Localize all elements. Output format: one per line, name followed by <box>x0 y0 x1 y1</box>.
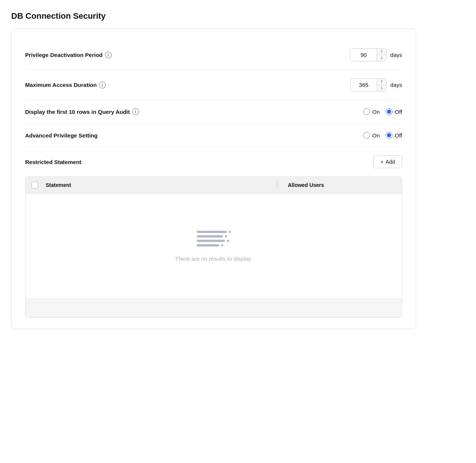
empty-state-message: There are no results to display. <box>175 255 252 262</box>
privilege-deactivation-row: Privilege Deactivation Period i 90 ⇧ ⇩ d… <box>25 40 402 70</box>
empty-state-icon <box>197 231 231 246</box>
maximum-access-up-btn[interactable]: ⇧ <box>377 79 386 85</box>
table-header: Statement Allowed Users <box>25 177 402 194</box>
table-column-statement: Statement <box>44 182 271 188</box>
maximum-access-input[interactable]: 365 <box>350 79 377 91</box>
advanced-privilege-control: On Off <box>363 132 402 139</box>
advanced-privilege-off-radio[interactable] <box>386 132 392 139</box>
advanced-privilege-label: Advanced Privilege Setting <box>25 132 363 139</box>
query-audit-on-radio[interactable] <box>363 108 370 115</box>
add-statement-button[interactable]: + Add <box>373 155 402 168</box>
page-title: DB Connection Security <box>11 11 465 21</box>
advanced-privilege-on-option[interactable]: On <box>363 132 380 139</box>
advanced-privilege-on-label: On <box>372 132 380 139</box>
advanced-privilege-off-label: Off <box>395 132 402 139</box>
restricted-statement-label: Restricted Statement <box>25 159 373 165</box>
maximum-access-input-wrapper: 365 ⇧ ⇩ <box>350 78 386 91</box>
privilege-deactivation-info-icon[interactable]: i <box>105 52 112 58</box>
table-column-divider <box>277 181 277 189</box>
maximum-access-down-btn[interactable]: ⇩ <box>377 85 386 91</box>
advanced-privilege-row: Advanced Privilege Setting On Off <box>25 123 402 147</box>
query-audit-info-icon[interactable]: i <box>132 108 139 115</box>
advanced-privilege-off-option[interactable]: Off <box>386 132 402 139</box>
query-audit-on-label: On <box>372 109 380 115</box>
settings-card: Privilege Deactivation Period i 90 ⇧ ⇩ d… <box>11 28 416 329</box>
table-column-allowed-users: Allowed Users <box>283 182 396 188</box>
query-audit-row: Display the first 10 rows in Query Audit… <box>25 100 402 123</box>
maximum-access-control: 365 ⇧ ⇩ days <box>350 78 402 91</box>
privilege-deactivation-label: Privilege Deactivation Period i <box>25 52 350 58</box>
privilege-deactivation-input-wrapper: 90 ⇧ ⇩ <box>350 48 386 61</box>
query-audit-off-option[interactable]: Off <box>386 108 402 115</box>
privilege-deactivation-control: 90 ⇧ ⇩ days <box>350 48 402 61</box>
query-audit-label: Display the first 10 rows in Query Audit… <box>25 108 363 115</box>
maximum-access-row: Maximum Access Duration i 365 ⇧ ⇩ days <box>25 70 402 100</box>
query-audit-off-label: Off <box>395 109 402 115</box>
maximum-access-arrows: ⇧ ⇩ <box>377 79 386 91</box>
privilege-deactivation-down-btn[interactable]: ⇩ <box>377 55 386 61</box>
privilege-deactivation-input[interactable]: 90 <box>350 49 377 61</box>
table-select-all-checkbox[interactable] <box>31 182 38 188</box>
privilege-deactivation-unit: days <box>390 52 402 58</box>
maximum-access-info-icon[interactable]: i <box>99 82 106 88</box>
add-icon: + <box>380 159 383 165</box>
privilege-deactivation-up-btn[interactable]: ⇧ <box>377 49 386 55</box>
maximum-access-label: Maximum Access Duration i <box>25 82 350 88</box>
query-audit-control: On Off <box>363 108 402 115</box>
restricted-statement-row: Restricted Statement + Add <box>25 147 402 175</box>
query-audit-on-option[interactable]: On <box>363 108 380 115</box>
maximum-access-unit: days <box>390 82 402 88</box>
table-footer <box>25 299 402 317</box>
restricted-statement-table: Statement Allowed Users <box>25 176 402 318</box>
privilege-deactivation-arrows: ⇧ ⇩ <box>377 49 386 61</box>
query-audit-off-radio[interactable] <box>386 108 392 115</box>
add-button-label: Add <box>386 159 395 165</box>
advanced-privilege-on-radio[interactable] <box>363 132 370 139</box>
table-body-empty: There are no results to display. <box>25 194 402 299</box>
